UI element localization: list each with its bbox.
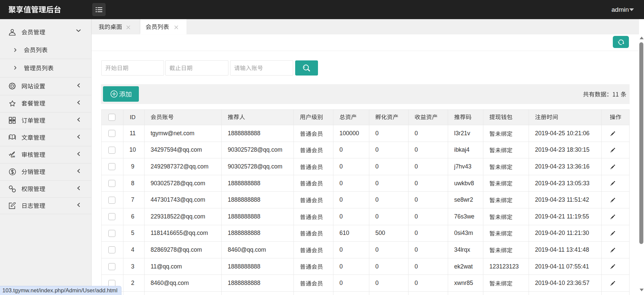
svg-text:QM: QM <box>11 155 15 158</box>
